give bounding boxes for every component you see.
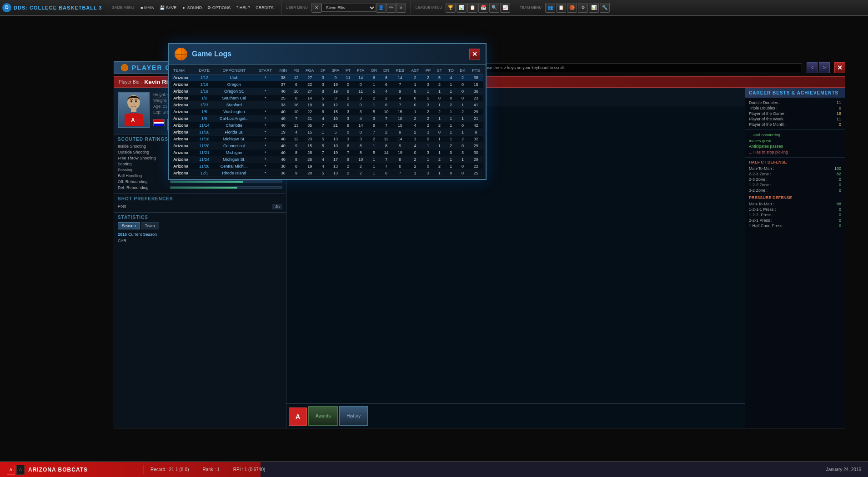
table-row[interactable]: Arizona11/20Connecticut*4091551068189411… — [171, 143, 483, 149]
table-cell: 0 — [457, 163, 469, 170]
table-cell: 6 — [343, 143, 354, 149]
table-cell: 40 — [276, 156, 290, 163]
table-cell: * — [255, 88, 276, 95]
table-row[interactable]: Arizona1/19Oregon St.*401027819811549011… — [171, 88, 483, 95]
app-title: DDS: COLLEGE BASKETBALL 3 — [14, 5, 102, 10]
table-cell: 3 — [422, 129, 434, 136]
table-cell: 1 — [434, 115, 445, 122]
table-cell: 1 — [445, 122, 457, 129]
table-row[interactable]: Arizona1/16Oregon37622319001671321015 — [171, 81, 483, 88]
league-icon-4[interactable]: 📅 — [478, 3, 488, 13]
table-cell: 4 — [445, 75, 457, 81]
league-menu-section: LEAGUE MENU 🏆 📊 📋 📅 🔍 📈 — [411, 0, 515, 15]
table-cell: 10 — [290, 88, 302, 95]
table-cell: 0 — [354, 102, 368, 109]
team-icon-1[interactable]: 👥 — [545, 3, 555, 13]
game-logs-table-container[interactable]: TEAMDATEOPPONENTSTARTMINFGFGA3P3PAFTFTAO… — [169, 65, 486, 179]
app-logo-icon: D — [2, 3, 11, 12]
table-cell: 11 — [354, 88, 368, 95]
table-cell: 8 — [290, 149, 302, 156]
team-icon-6[interactable]: 🔧 — [600, 3, 610, 13]
table-cell: 0 — [354, 129, 368, 136]
table-cell: 5 — [317, 170, 328, 177]
user-icon[interactable]: ✕ — [311, 3, 321, 13]
table-row[interactable]: Arizona11/28Central Michi...*38819413221… — [171, 163, 483, 170]
table-cell: 11/20 — [195, 143, 213, 149]
league-icon-6[interactable]: 📈 — [500, 3, 510, 13]
league-icon-2[interactable]: 📊 — [457, 3, 467, 13]
table-cell: 7 — [368, 129, 380, 136]
table-cell: 9 — [468, 129, 483, 136]
options-menu-btn[interactable]: ⚙ OPTIONS — [205, 5, 233, 11]
credits-menu-btn[interactable]: CREDITS — [253, 5, 276, 11]
league-icon-5[interactable]: 🔍 — [489, 3, 499, 13]
table-row[interactable]: Arizona1/2Southern Cal*25814582322405000… — [171, 95, 483, 102]
table-cell: 21 — [302, 115, 317, 122]
table-cell: 2 — [457, 109, 469, 115]
team-icon-5[interactable]: 📊 — [589, 3, 599, 13]
table-cell: 9 — [290, 170, 302, 177]
league-icon-3[interactable]: 📋 — [467, 3, 477, 13]
table-header-cell: FTA — [354, 67, 368, 75]
table-cell: 40 — [276, 88, 290, 95]
table-cell: 4 — [408, 122, 423, 129]
table-cell: 13 — [290, 122, 302, 129]
table-row[interactable]: Arizona11/16Florida St.*1941515007292301… — [171, 129, 483, 136]
table-cell: 2 — [434, 156, 445, 163]
help-menu-btn[interactable]: ? HELP — [234, 5, 252, 11]
table-cell: 3 — [354, 109, 368, 115]
status-date: January 24, 2016 — [826, 467, 868, 472]
table-row[interactable]: Arizona1/5Washington*4010226153351015122… — [171, 109, 483, 115]
table-cell: * — [255, 122, 276, 129]
table-cell: 0 — [408, 95, 423, 102]
table-cell: 38 — [276, 163, 290, 170]
table-cell: 8 — [380, 143, 392, 149]
table-row[interactable]: Arizona12/1Rhode Island*3692051322167131… — [171, 170, 483, 177]
table-cell: 29 — [468, 143, 483, 149]
table-row[interactable]: Arizona1/23Stanford331619912001670312141 — [171, 102, 483, 109]
user-edit-icon[interactable]: ✏ — [386, 3, 396, 13]
table-cell: 1 — [368, 156, 380, 163]
table-cell: 0 — [408, 102, 423, 109]
modal-close-button[interactable]: ✕ — [469, 49, 480, 60]
table-cell: 8 — [392, 163, 408, 170]
table-header-cell: 3P — [317, 67, 328, 75]
table-row[interactable]: Arizona11/18Michigan St.*401223513332121… — [171, 136, 483, 143]
table-cell: 29 — [468, 109, 483, 115]
table-cell: 3 — [317, 75, 328, 81]
team-icon-2[interactable]: 📋 — [556, 3, 566, 13]
status-record: Record : 21-1 (8-0) — [151, 467, 189, 472]
save-menu-btn[interactable]: 💾 SAVE — [157, 5, 179, 11]
team-icon-4[interactable]: ⚙ — [578, 3, 588, 13]
league-icon-1[interactable]: 🏆 — [446, 3, 456, 13]
table-row[interactable]: Arizona1/12Utah*38122739111468142254238 — [171, 75, 483, 81]
table-cell: 1 — [368, 143, 380, 149]
table-body: Arizona1/12Utah*38122739111468142254238A… — [171, 75, 483, 177]
table-row[interactable]: Arizona1/9Cal-Los Angel...*4072141034371… — [171, 115, 483, 122]
sound-menu-btn[interactable]: ► SOUND — [180, 5, 204, 11]
table-row[interactable]: Arizona11/24Michigan St.*408264179101782… — [171, 156, 483, 163]
main-menu-btn[interactable]: ■ MAIN — [138, 5, 156, 11]
table-row[interactable]: Arizona11/21Michigan*4082871978514190310… — [171, 149, 483, 156]
table-cell: 1 — [434, 143, 445, 149]
table-cell: Arizona — [171, 156, 195, 163]
table-cell: Connecticut — [213, 143, 255, 149]
table-cell: 1 — [434, 102, 445, 109]
table-cell: 30 — [468, 149, 483, 156]
table-cell: 23 — [468, 95, 483, 102]
user-select[interactable]: Steve Ellis — [321, 4, 376, 12]
forward-icon[interactable]: » — [396, 3, 406, 13]
table-cell: 40 — [276, 122, 290, 129]
app-logo: D DDS: COLLEGE BASKETBALL 3 — [2, 3, 102, 12]
team-icon-3[interactable]: 🏀 — [567, 3, 577, 13]
table-cell: Arizona — [171, 81, 195, 88]
table-row[interactable]: Arizona11/14Charlotte*401335721914871542… — [171, 122, 483, 129]
table-cell: 2 — [380, 129, 392, 136]
table-cell: 2 — [368, 95, 380, 102]
status-info: Record : 21-1 (8-0) Rank : 1 RPI : 1 (0.… — [151, 467, 265, 472]
table-cell: 36 — [468, 88, 483, 95]
table-cell: 8 — [328, 95, 342, 102]
table-cell: 5 — [368, 149, 380, 156]
user-profile-icon[interactable]: 👤 — [376, 3, 386, 13]
table-cell: Arizona — [171, 88, 195, 95]
